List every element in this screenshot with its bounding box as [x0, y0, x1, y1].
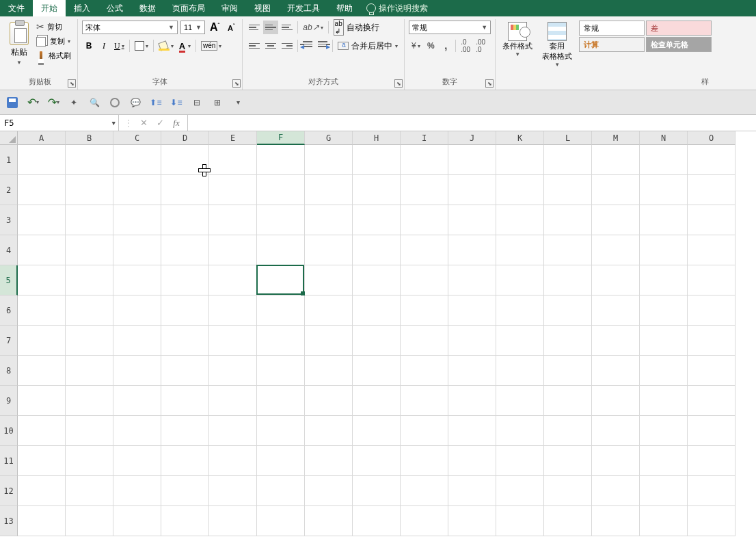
column-header[interactable]: D — [161, 131, 209, 145]
cell[interactable] — [305, 175, 353, 205]
cell[interactable] — [448, 386, 496, 416]
format-painter-button[interactable]: 格式刷 — [34, 50, 73, 62]
cell[interactable] — [257, 145, 305, 175]
spreadsheet-grid[interactable]: ABCDEFGHIJKLMNO 12345678910111213 — [0, 131, 756, 539]
cell-style-check[interactable]: 检查单元格 — [646, 37, 712, 52]
cell[interactable] — [113, 476, 161, 506]
cell[interactable] — [401, 295, 448, 326]
merge-center-button[interactable]: 合并后居中 ▾ — [336, 39, 400, 53]
save-button[interactable] — [5, 96, 19, 109]
row-header[interactable]: 5 — [0, 265, 18, 295]
cell[interactable] — [401, 205, 448, 235]
cell[interactable] — [113, 235, 161, 265]
column-header[interactable]: O — [688, 131, 735, 145]
cell[interactable] — [544, 416, 592, 446]
cell[interactable] — [257, 476, 305, 506]
cell[interactable] — [640, 446, 688, 476]
cell[interactable] — [688, 235, 735, 265]
select-all-corner[interactable] — [0, 131, 18, 145]
cell[interactable] — [448, 446, 496, 476]
cell[interactable] — [209, 356, 257, 386]
paste-button[interactable]: 粘贴 ▼ — [7, 21, 31, 67]
cell[interactable] — [113, 446, 161, 476]
font-name-select[interactable]: 宋体 ▼ — [82, 21, 178, 34]
cell[interactable] — [592, 265, 640, 295]
touch-mode-button[interactable]: ✦ — [67, 96, 81, 109]
copy-button[interactable]: 复制 ▾ — [34, 36, 73, 47]
row-header[interactable]: 8 — [0, 356, 18, 386]
cell[interactable] — [353, 175, 401, 205]
cell[interactable] — [448, 326, 496, 356]
cell[interactable] — [592, 476, 640, 506]
cell[interactable] — [496, 145, 544, 175]
row-header[interactable]: 12 — [0, 476, 18, 506]
menu-layout[interactable]: 页面布局 — [164, 0, 213, 16]
cell[interactable] — [66, 326, 113, 356]
cell[interactable] — [257, 446, 305, 476]
cell[interactable] — [113, 295, 161, 326]
fill-color-button[interactable]: ▾ — [157, 39, 176, 53]
cell[interactable] — [113, 145, 161, 175]
column-header[interactable]: G — [305, 131, 353, 145]
cell[interactable] — [496, 326, 544, 356]
cell[interactable] — [161, 356, 209, 386]
cell[interactable] — [18, 506, 66, 536]
cell[interactable] — [640, 235, 688, 265]
cell[interactable] — [113, 205, 161, 235]
cell[interactable] — [113, 175, 161, 205]
menu-help[interactable]: 帮助 — [328, 0, 361, 16]
cell[interactable] — [209, 476, 257, 506]
cell[interactable] — [688, 205, 735, 235]
cell[interactable] — [257, 265, 305, 295]
cell[interactable] — [592, 145, 640, 175]
align-center-button[interactable] — [263, 39, 278, 53]
cell[interactable] — [18, 416, 66, 446]
cell[interactable] — [401, 265, 448, 295]
cell[interactable] — [496, 356, 544, 386]
font-size-select[interactable]: 11 ▼ — [180, 21, 205, 34]
dialog-launcher-font[interactable]: ⬊ — [232, 79, 241, 88]
cell[interactable] — [305, 326, 353, 356]
cell[interactable] — [209, 265, 257, 295]
row-header[interactable]: 6 — [0, 295, 18, 326]
cell[interactable] — [18, 295, 66, 326]
cell[interactable] — [544, 295, 592, 326]
cell[interactable] — [209, 235, 257, 265]
cell[interactable] — [305, 446, 353, 476]
column-header[interactable]: E — [209, 131, 257, 145]
redo-button[interactable]: ↷▾ — [46, 96, 60, 109]
cell[interactable] — [305, 356, 353, 386]
cell[interactable] — [353, 145, 401, 175]
cell[interactable] — [353, 265, 401, 295]
column-header[interactable]: H — [353, 131, 401, 145]
tell-me-search[interactable]: 操作说明搜索 — [361, 0, 433, 16]
cell[interactable] — [401, 235, 448, 265]
cell[interactable] — [544, 326, 592, 356]
cell[interactable] — [640, 416, 688, 446]
column-header[interactable]: K — [496, 131, 544, 145]
cell[interactable] — [18, 145, 66, 175]
cell[interactable] — [305, 295, 353, 326]
column-header[interactable]: C — [113, 131, 161, 145]
wrap-text-button[interactable]: ab↲ 自动换行 — [332, 21, 381, 34]
column-header[interactable]: B — [66, 131, 113, 145]
bold-button[interactable]: B — [82, 39, 96, 53]
cell[interactable] — [209, 295, 257, 326]
formula-input[interactable] — [188, 115, 756, 131]
cell[interactable] — [401, 446, 448, 476]
cell[interactable] — [688, 326, 735, 356]
cell[interactable] — [257, 326, 305, 356]
cell[interactable] — [688, 506, 735, 536]
cell[interactable] — [688, 175, 735, 205]
cell[interactable] — [18, 386, 66, 416]
cell[interactable] — [448, 265, 496, 295]
cell[interactable] — [209, 175, 257, 205]
cell[interactable] — [305, 476, 353, 506]
cell[interactable] — [640, 506, 688, 536]
phonetic-button[interactable]: wén▾ — [199, 39, 224, 53]
cell[interactable] — [66, 205, 113, 235]
menu-insert[interactable]: 插入 — [66, 0, 98, 16]
cell[interactable] — [448, 235, 496, 265]
cell[interactable] — [66, 265, 113, 295]
comma-button[interactable]: , — [439, 39, 453, 53]
